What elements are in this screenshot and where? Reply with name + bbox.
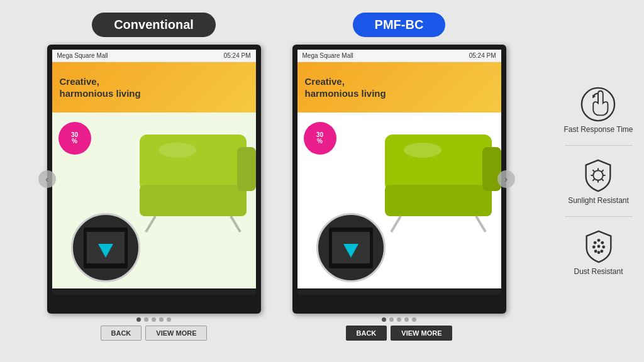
right-nav-arrow[interactable]: › bbox=[497, 170, 515, 188]
svg-rect-8 bbox=[482, 147, 501, 191]
svg-line-9 bbox=[391, 216, 401, 232]
discount-percent-pmf: % bbox=[317, 138, 323, 145]
feature-fast-response: Fast Response Time bbox=[558, 81, 638, 139]
svg-rect-6 bbox=[385, 134, 492, 191]
svg-point-29 bbox=[594, 250, 597, 253]
bezel-bar-pmf bbox=[297, 290, 501, 295]
svg-rect-2 bbox=[237, 147, 256, 191]
conventional-label-text: Conventional bbox=[114, 18, 194, 32]
dots-conventional bbox=[136, 317, 171, 322]
dot-pmf-2 bbox=[389, 317, 394, 322]
panels-area: Conventional ‹ Mega Square Mall 05:24 PM… bbox=[0, 0, 553, 362]
discount-badge-pmf: 30% bbox=[304, 122, 336, 155]
store-name-conventional: Mega Square Mall bbox=[57, 52, 108, 59]
dot-pmf-4 bbox=[404, 317, 409, 322]
svg-rect-0 bbox=[140, 134, 247, 191]
left-nav-arrow[interactable]: ‹ bbox=[38, 170, 56, 188]
conventional-monitor: Mega Square Mall 05:24 PM Creative,harmo… bbox=[47, 45, 261, 314]
touch-icon bbox=[580, 86, 616, 123]
back-button-conventional[interactable]: BACK bbox=[101, 326, 142, 341]
feature-dust: Dust Resistant bbox=[569, 223, 628, 281]
store-name-pmf: Mega Square Mall bbox=[303, 52, 353, 59]
svg-line-10 bbox=[476, 216, 486, 232]
dots-pmf bbox=[382, 317, 416, 322]
hero-title-conventional: Creative,harmonious living bbox=[60, 75, 248, 100]
conventional-label: Conventional bbox=[92, 13, 216, 37]
svg-point-28 bbox=[602, 246, 605, 249]
svg-rect-1 bbox=[140, 185, 247, 216]
svg-line-21 bbox=[602, 170, 604, 172]
dust-shield-icon bbox=[580, 228, 617, 265]
pmf-label-text: PMF-BC bbox=[375, 18, 424, 32]
pmf-label: PMF-BC bbox=[353, 13, 446, 37]
pmf-screen: Mega Square Mall 05:24 PM Creative,harmo… bbox=[297, 50, 501, 288]
zoom-circle-conventional bbox=[71, 213, 140, 282]
dot-pmf-3 bbox=[397, 317, 401, 322]
conventional-panel: Conventional ‹ Mega Square Mall 05:24 PM… bbox=[35, 13, 274, 349]
arrow-down-conventional bbox=[98, 244, 113, 258]
svg-point-11 bbox=[404, 143, 441, 158]
screen-header-pmf: Mega Square Mall 05:24 PM bbox=[297, 50, 501, 62]
svg-line-20 bbox=[602, 179, 604, 181]
zoom-circle-inner-conventional bbox=[73, 215, 138, 280]
svg-point-31 bbox=[600, 250, 603, 253]
svg-line-3 bbox=[146, 216, 155, 232]
svg-point-30 bbox=[597, 251, 600, 254]
dot-1 bbox=[136, 317, 141, 322]
svg-point-5 bbox=[158, 143, 196, 158]
screen-hero-pmf: Creative,harmonious living bbox=[297, 62, 501, 112]
svg-line-19 bbox=[593, 170, 595, 172]
screen-body-pmf: 30% bbox=[297, 112, 501, 288]
svg-point-14 bbox=[594, 170, 603, 180]
dot-5 bbox=[167, 317, 171, 322]
screen-hero-conventional: Creative,harmonious living bbox=[52, 62, 256, 112]
sunlight-label: Sunlight Resistant bbox=[568, 196, 629, 205]
buttons-conventional: BACK VIEW MORE bbox=[101, 326, 208, 341]
features-sidebar: Fast Response Time Sunlight Resistant bbox=[553, 0, 644, 362]
svg-point-25 bbox=[601, 241, 604, 244]
svg-point-27 bbox=[597, 245, 600, 248]
dot-pmf-1 bbox=[382, 317, 386, 322]
discount-badge-conventional: 30% bbox=[58, 122, 91, 155]
screen-body-conventional: 30% bbox=[52, 112, 256, 288]
dot-3 bbox=[152, 317, 156, 322]
main-container: Conventional ‹ Mega Square Mall 05:24 PM… bbox=[0, 0, 644, 362]
dot-pmf-5 bbox=[412, 317, 416, 322]
dust-label: Dust Resistant bbox=[574, 267, 623, 276]
discount-percent: % bbox=[72, 138, 77, 145]
svg-line-22 bbox=[593, 179, 595, 181]
feature-sunlight: Sunlight Resistant bbox=[563, 152, 634, 210]
pmf-panel: PMF-BC Mega Square Mall 05:24 PM Creativ… bbox=[280, 13, 519, 349]
conventional-screen: Mega Square Mall 05:24 PM Creative,harmo… bbox=[52, 50, 256, 288]
pmf-monitor: Mega Square Mall 05:24 PM Creative,harmo… bbox=[292, 45, 506, 314]
time-conventional: 05:24 PM bbox=[224, 52, 251, 59]
arrow-down-pmf bbox=[343, 244, 358, 258]
svg-rect-7 bbox=[385, 185, 492, 216]
screen-header-conventional: Mega Square Mall 05:24 PM bbox=[52, 50, 256, 62]
time-pmf: 05:24 PM bbox=[469, 52, 496, 59]
monitor-bottom-pmf: BACK VIEW MORE bbox=[346, 317, 453, 341]
divider-1 bbox=[565, 145, 633, 146]
bezel-bar-conventional bbox=[52, 290, 256, 295]
view-more-button-pmf[interactable]: VIEW MORE bbox=[391, 326, 452, 341]
buttons-pmf: BACK VIEW MORE bbox=[346, 326, 453, 341]
fast-response-label: Fast Response Time bbox=[564, 125, 633, 134]
hero-title-pmf: Creative,harmonious living bbox=[305, 75, 494, 100]
dot-4 bbox=[159, 317, 164, 322]
svg-point-26 bbox=[592, 246, 595, 249]
zoom-circle-pmf bbox=[316, 213, 386, 282]
zoom-circle-inner-pmf bbox=[318, 215, 384, 280]
sun-shield-icon bbox=[580, 157, 616, 194]
dot-2 bbox=[144, 317, 148, 322]
svg-line-4 bbox=[231, 216, 240, 232]
svg-point-23 bbox=[593, 241, 596, 244]
view-more-button-conventional[interactable]: VIEW MORE bbox=[145, 326, 207, 341]
monitor-bottom-conventional: BACK VIEW MORE bbox=[101, 317, 208, 341]
svg-point-24 bbox=[597, 239, 600, 242]
divider-2 bbox=[565, 216, 633, 217]
back-button-pmf[interactable]: BACK bbox=[346, 326, 387, 341]
